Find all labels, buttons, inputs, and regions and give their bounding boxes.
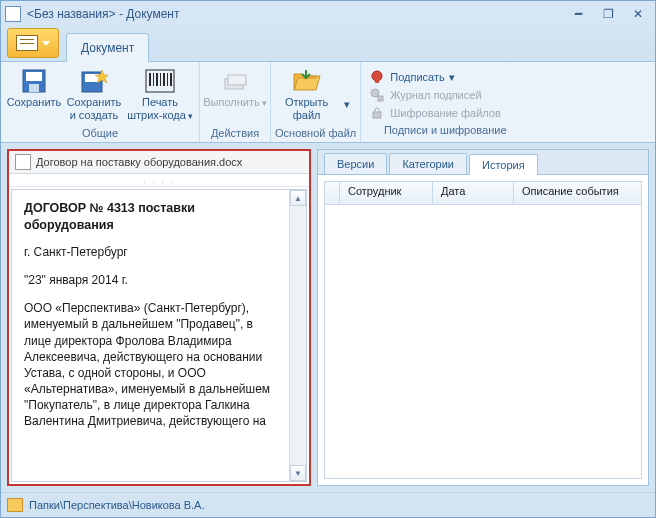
breadcrumb[interactable]: Папки\Перспектива\Новикова В.А.	[29, 499, 205, 511]
col-event[interactable]: Описание события	[514, 182, 641, 204]
svg-rect-22	[373, 112, 381, 118]
encrypt-files-button: Шифрование файлов	[369, 104, 519, 122]
svg-rect-21	[378, 96, 383, 101]
folder-icon	[7, 498, 23, 512]
chevron-down-icon	[42, 41, 50, 46]
group-label-general: Общие	[5, 125, 195, 142]
app-menu-button[interactable]	[7, 28, 59, 58]
doc-body: ООО «Перспектива» (Санкт-Петербург), име…	[24, 300, 277, 430]
sign-button[interactable]: Подписать ▾	[369, 68, 519, 86]
menubar: Документ	[1, 27, 655, 62]
chevron-down-icon: ▾	[449, 71, 455, 84]
chevron-down-icon: ▾	[188, 111, 193, 121]
file-tab[interactable]: Договор на поставку оборудования.docx	[9, 151, 309, 174]
details-pane: Версии Категории История Сотрудник Дата …	[317, 149, 649, 486]
scrollbar[interactable]: ▲ ▼	[289, 190, 306, 481]
document-preview-pane: Договор на поставку оборудования.docx . …	[7, 149, 311, 486]
scroll-up-icon[interactable]: ▲	[290, 190, 306, 206]
grid-body	[324, 205, 642, 479]
svg-rect-10	[160, 73, 161, 86]
docx-icon	[15, 154, 31, 170]
doc-heading: ДОГОВОР № 4313 поставки оборудования	[24, 200, 277, 234]
svg-rect-8	[153, 73, 154, 86]
doc-date: "23" января 2014 г.	[24, 272, 277, 288]
svg-rect-19	[375, 79, 379, 83]
folder-open-icon	[292, 67, 322, 95]
app-icon	[5, 6, 21, 22]
mainfile-dropdown[interactable]: ▾	[338, 64, 356, 125]
seal-log-icon	[369, 87, 385, 103]
menu-icon	[16, 35, 38, 51]
group-label-actions: Действия	[204, 125, 266, 142]
maximize-button[interactable]: ❐	[595, 7, 621, 21]
doc-city: г. Санкт-Петербург	[24, 244, 277, 260]
svg-rect-13	[170, 73, 172, 86]
stack-icon	[220, 67, 250, 95]
svg-rect-2	[29, 84, 39, 92]
drag-handle[interactable]: . . . .	[9, 174, 309, 187]
tab-document[interactable]: Документ	[66, 33, 149, 62]
close-button[interactable]: ✕	[625, 7, 651, 21]
seal-icon	[369, 69, 385, 85]
floppy-star-icon	[79, 67, 109, 95]
tab-categories[interactable]: Категории	[389, 153, 467, 174]
tab-versions[interactable]: Версии	[324, 153, 387, 174]
barcode-icon	[145, 67, 175, 95]
group-label-mainfile: Основной файл	[275, 125, 356, 142]
svg-rect-9	[156, 73, 158, 86]
row-indicator-header	[325, 182, 340, 204]
minimize-button[interactable]: ━	[565, 7, 591, 21]
lock-icon	[369, 105, 385, 121]
grid-header: Сотрудник Дата Описание события	[324, 181, 642, 205]
svg-rect-1	[26, 72, 42, 81]
ribbon: Сохранить Сохранить и создать Печать штр…	[1, 62, 655, 143]
status-bar: Папки\Перспектива\Новикова В.А.	[1, 492, 655, 517]
document-content: ДОГОВОР № 4313 поставки оборудования г. …	[12, 190, 289, 481]
tab-history[interactable]: История	[469, 154, 538, 175]
col-date[interactable]: Дата	[433, 182, 514, 204]
svg-rect-15	[228, 75, 246, 85]
svg-rect-11	[163, 73, 165, 86]
col-employee[interactable]: Сотрудник	[340, 182, 433, 204]
open-file-button[interactable]: Открыть файл	[276, 64, 338, 125]
save-button[interactable]: Сохранить	[5, 64, 63, 125]
execute-button: Выполнить▾	[204, 64, 266, 125]
floppy-icon	[19, 67, 49, 95]
svg-rect-7	[149, 73, 151, 86]
signature-log-button: Журнал подписей	[369, 86, 519, 104]
window-title: <Без названия> - Документ	[27, 7, 561, 21]
save-and-create-button[interactable]: Сохранить и создать	[63, 64, 125, 125]
svg-rect-12	[167, 73, 168, 86]
group-label-signatures: Подписи и шифрование	[365, 122, 525, 139]
print-barcode-button[interactable]: Печать штрих-кода▾	[125, 64, 195, 125]
titlebar: <Без названия> - Документ ━ ❐ ✕	[1, 1, 655, 27]
scroll-track[interactable]	[290, 206, 306, 465]
chevron-down-icon: ▾	[332, 67, 362, 111]
scroll-down-icon[interactable]: ▼	[290, 465, 306, 481]
